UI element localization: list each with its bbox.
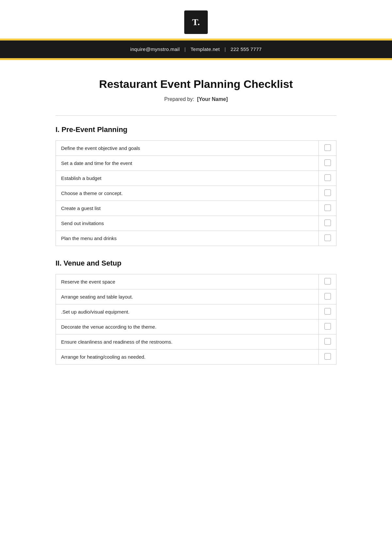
item-label: Define the event objective and goals [56,141,319,156]
item-label: Arrange seating and table layout. [56,289,319,304]
checkbox-icon[interactable] [324,353,331,360]
section-heading-venue-setup: II. Venue and Setup [56,259,336,268]
table-row: .Set up audio/visual equipment. [56,304,336,319]
content-area: Restaurant Event Planning Checklist Prep… [56,58,336,397]
table-row: Decorate the venue according to the them… [56,319,336,334]
item-label: Send out invitations [56,216,319,231]
logo-box: T. [184,10,208,34]
item-check[interactable] [319,304,336,319]
checklist-table-pre-event: Define the event objective and goals Set… [56,140,336,246]
banner-phone: 222 555 7777 [231,46,262,52]
table-row: Set a date and time for the event [56,156,336,171]
checkbox-icon[interactable] [324,189,331,196]
logo-area: T. [0,0,392,34]
table-row: Arrange seating and table layout. [56,289,336,304]
banner-sep-2: | [224,46,226,52]
banner-sep-1: | [185,46,186,52]
item-label: Establish a budget [56,171,319,186]
item-label: Create a guest list [56,201,319,216]
item-check[interactable] [319,334,336,350]
table-row: Arrange for heating/cooling as needed. [56,350,336,365]
item-label: .Set up audio/visual equipment. [56,304,319,319]
checkbox-icon[interactable] [324,338,331,345]
item-check[interactable] [319,141,336,156]
prepared-value: [Your Name] [197,96,228,102]
item-check[interactable] [319,319,336,334]
logo-text: T. [192,17,200,27]
item-label: Reserve the event space [56,274,319,289]
item-label: Set a date and time for the event [56,156,319,171]
doc-prepared: Prepared by: [Your Name] [56,96,336,102]
item-check[interactable] [319,156,336,171]
item-check[interactable] [319,171,336,186]
doc-title-section: Restaurant Event Planning Checklist Prep… [56,58,336,112]
dark-banner: inquire@mynstro.mail | Template.net | 22… [0,41,392,58]
banner-email: inquire@mynstro.mail [130,46,180,52]
section-divider-top [56,115,336,116]
prepared-label: Prepared by: [164,96,194,102]
item-check[interactable] [319,274,336,289]
item-check[interactable] [319,289,336,304]
table-row: Plan the menu and drinks [56,231,336,246]
item-check[interactable] [319,186,336,201]
item-label: Arrange for heating/cooling as needed. [56,350,319,365]
item-check[interactable] [319,231,336,246]
checkbox-icon[interactable] [324,278,331,285]
table-row: Reserve the event space [56,274,336,289]
checkbox-icon[interactable] [324,308,331,315]
page-wrapper: T. inquire@mynstro.mail | Template.net |… [0,0,392,554]
table-row: Send out invitations [56,216,336,231]
table-row: Define the event objective and goals [56,141,336,156]
section-heading-pre-event: I. Pre-Event Planning [56,125,336,134]
table-row: Create a guest list [56,201,336,216]
checkbox-icon[interactable] [324,293,331,300]
banner-website: Template.net [190,46,220,52]
table-row: Choose a theme or concept. [56,186,336,201]
checklist-table-venue-setup: Reserve the event space Arrange seating … [56,274,336,365]
table-row: Establish a budget [56,171,336,186]
item-label: Choose a theme or concept. [56,186,319,201]
item-check[interactable] [319,201,336,216]
checkbox-icon[interactable] [324,144,331,151]
checkbox-icon[interactable] [324,159,331,166]
table-row: Ensure cleanliness and readiness of the … [56,334,336,350]
item-label: Plan the menu and drinks [56,231,319,246]
doc-title: Restaurant Event Planning Checklist [56,78,336,90]
checkbox-icon[interactable] [324,235,331,241]
item-label: Decorate the venue according to the them… [56,319,319,334]
item-check[interactable] [319,350,336,365]
item-label: Ensure cleanliness and readiness of the … [56,334,319,350]
checkbox-icon[interactable] [324,323,331,330]
item-check[interactable] [319,216,336,231]
checkbox-icon[interactable] [324,220,331,226]
checkbox-icon[interactable] [324,204,331,211]
checkbox-icon[interactable] [324,174,331,181]
